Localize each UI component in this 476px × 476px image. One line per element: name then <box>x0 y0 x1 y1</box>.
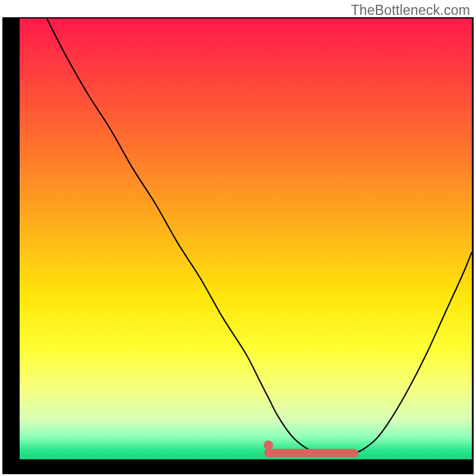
curve-path <box>47 18 472 455</box>
chart-svg <box>20 18 472 459</box>
marker-dot <box>264 440 273 450</box>
chart-plot-area <box>20 18 472 459</box>
chart-outer-border <box>2 17 474 474</box>
watermark-text: TheBottleneck.com <box>351 2 470 18</box>
chart-frame: TheBottleneck.com <box>0 0 476 476</box>
